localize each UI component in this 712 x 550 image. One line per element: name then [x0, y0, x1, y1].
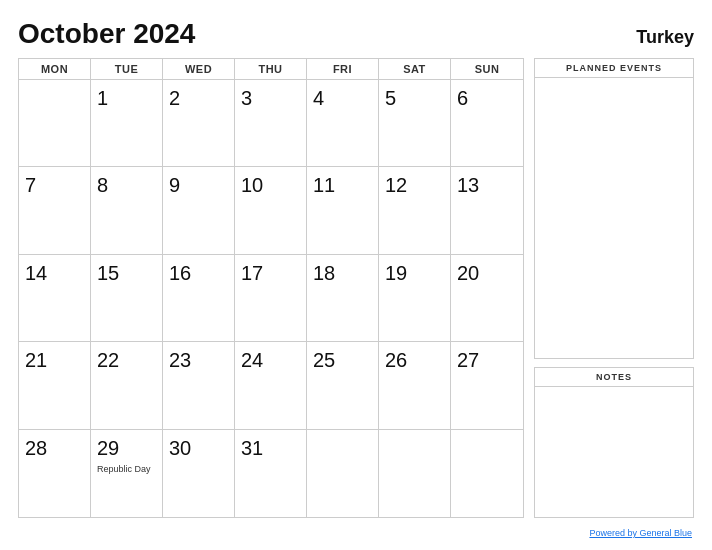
day-number: 29	[97, 436, 119, 460]
day-number: 4	[313, 86, 324, 110]
day-number: 11	[313, 173, 335, 197]
cal-cell: 16	[163, 255, 235, 342]
day-number: 18	[313, 261, 335, 285]
cal-cell	[307, 430, 379, 517]
cal-cell: 5	[379, 80, 451, 167]
cal-cell: 24	[235, 342, 307, 429]
cal-cell: 1	[91, 80, 163, 167]
cal-cell: 13	[451, 167, 523, 254]
cal-cell: 7	[19, 167, 91, 254]
cal-cell: 3	[235, 80, 307, 167]
calendar-header: October 2024 Turkey	[18, 18, 694, 50]
cal-cell: 29Republic Day	[91, 430, 163, 517]
cal-cell: 20	[451, 255, 523, 342]
day-number: 20	[457, 261, 479, 285]
day-number: 19	[385, 261, 407, 285]
day-number: 3	[241, 86, 252, 110]
calendar-section: MONTUEWEDTHUFRISATSUN 123456789101112131…	[18, 58, 524, 518]
day-header-sun: SUN	[451, 59, 523, 79]
cal-cell	[379, 430, 451, 517]
calendar-title: October 2024	[18, 18, 195, 50]
cal-cell: 21	[19, 342, 91, 429]
day-header-thu: THU	[235, 59, 307, 79]
cal-cell: 28	[19, 430, 91, 517]
day-header-mon: MON	[19, 59, 91, 79]
planned-events-body	[535, 78, 693, 358]
cal-cell: 12	[379, 167, 451, 254]
cal-cell: 9	[163, 167, 235, 254]
powered-by-link[interactable]: Powered by General Blue	[589, 528, 692, 538]
cal-cell	[19, 80, 91, 167]
calendar-grid: 1234567891011121314151617181920212223242…	[19, 80, 523, 517]
day-number: 17	[241, 261, 263, 285]
day-header-tue: TUE	[91, 59, 163, 79]
cal-cell: 17	[235, 255, 307, 342]
day-number: 25	[313, 348, 335, 372]
side-section: PLANNED EVENTS NOTES	[534, 58, 694, 518]
cal-cell: 6	[451, 80, 523, 167]
cal-cell: 23	[163, 342, 235, 429]
cal-cell: 26	[379, 342, 451, 429]
event-label: Republic Day	[97, 464, 151, 474]
day-header-sat: SAT	[379, 59, 451, 79]
page: October 2024 Turkey MONTUEWEDTHUFRISATSU…	[0, 0, 712, 550]
cal-cell: 18	[307, 255, 379, 342]
day-number: 27	[457, 348, 479, 372]
day-number: 28	[25, 436, 47, 460]
calendar-country: Turkey	[636, 27, 694, 48]
day-header-fri: FRI	[307, 59, 379, 79]
notes-header: NOTES	[535, 368, 693, 387]
day-number: 8	[97, 173, 108, 197]
cal-cell: 30	[163, 430, 235, 517]
cal-cell: 4	[307, 80, 379, 167]
main-area: MONTUEWEDTHUFRISATSUN 123456789101112131…	[18, 58, 694, 518]
cal-cell: 15	[91, 255, 163, 342]
day-number: 15	[97, 261, 119, 285]
day-number: 9	[169, 173, 180, 197]
day-number: 13	[457, 173, 479, 197]
day-number: 7	[25, 173, 36, 197]
cal-cell: 11	[307, 167, 379, 254]
cal-cell: 10	[235, 167, 307, 254]
day-number: 23	[169, 348, 191, 372]
day-number: 2	[169, 86, 180, 110]
cal-cell: 19	[379, 255, 451, 342]
cal-cell	[451, 430, 523, 517]
day-number: 5	[385, 86, 396, 110]
day-header-wed: WED	[163, 59, 235, 79]
cal-cell: 22	[91, 342, 163, 429]
day-number: 30	[169, 436, 191, 460]
day-number: 31	[241, 436, 263, 460]
notes-body	[535, 387, 693, 517]
footer: Powered by General Blue	[18, 522, 694, 540]
day-number: 24	[241, 348, 263, 372]
day-number: 12	[385, 173, 407, 197]
day-number: 6	[457, 86, 468, 110]
cal-cell: 2	[163, 80, 235, 167]
planned-events-header: PLANNED EVENTS	[535, 59, 693, 78]
day-number: 26	[385, 348, 407, 372]
cal-cell: 25	[307, 342, 379, 429]
cal-cell: 14	[19, 255, 91, 342]
day-number: 21	[25, 348, 47, 372]
day-number: 14	[25, 261, 47, 285]
cal-cell: 31	[235, 430, 307, 517]
cal-cell: 8	[91, 167, 163, 254]
day-number: 22	[97, 348, 119, 372]
day-number: 1	[97, 86, 108, 110]
notes-box: NOTES	[534, 367, 694, 518]
day-number: 16	[169, 261, 191, 285]
cal-cell: 27	[451, 342, 523, 429]
day-headers: MONTUEWEDTHUFRISATSUN	[19, 59, 523, 80]
planned-events-box: PLANNED EVENTS	[534, 58, 694, 359]
day-number: 10	[241, 173, 263, 197]
